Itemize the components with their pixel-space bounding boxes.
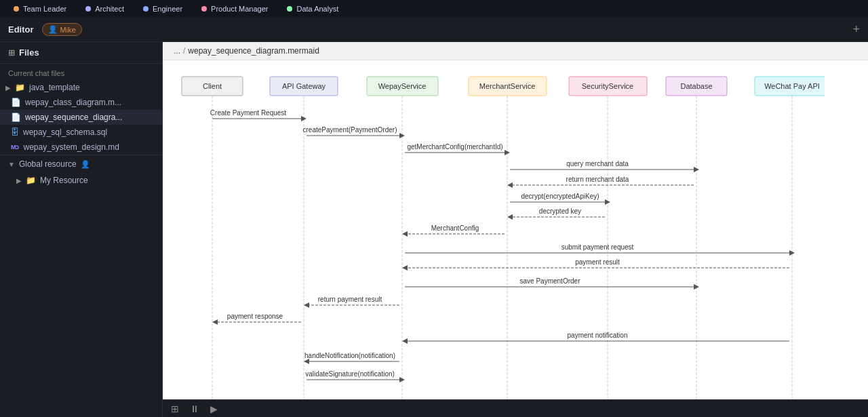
svg-text:MerchantConfig: MerchantConfig [431, 224, 479, 232]
folder-icon: 📁 [15, 83, 25, 92]
md-icon: Mↄ [11, 144, 20, 151]
svg-text:WepayService: WepayService [378, 82, 427, 90]
svg-text:query merchant data: query merchant data [566, 160, 629, 167]
svg-marker-64 [304, 359, 309, 364]
sidebar: ⊞ Files Current chat files ▶ 📁 java_temp… [0, 42, 163, 417]
svg-marker-55 [304, 302, 309, 308]
folder-icon-resource: 📁 [26, 176, 36, 185]
global-resource-label: Global resource [19, 159, 77, 169]
sidebar-header: ⊞ Files [0, 42, 162, 64]
files-icon: ⊞ [8, 48, 15, 58]
doc-icon: 📄 [11, 98, 21, 107]
tab-engineer[interactable]: Engineer [135, 3, 191, 14]
chevron-right-icon: ▶ [5, 84, 11, 92]
svg-text:API Gateway: API Gateway [282, 82, 326, 90]
sql-icon: 🗄 [11, 127, 19, 137]
svg-text:payment response: payment response [227, 313, 283, 320]
svg-text:payment notification: payment notification [568, 332, 628, 339]
person-icon: 👤 [81, 160, 90, 169]
current-chat-label: Current chat files [0, 64, 162, 80]
svg-text:decrypt(encryptedApiKey): decrypt(encryptedApiKey) [521, 193, 599, 200]
svg-text:MerchantService: MerchantService [479, 82, 536, 90]
svg-marker-58 [212, 319, 218, 325]
main-layout: ⊞ Files Current chat files ▶ 📁 java_temp… [0, 42, 868, 417]
breadcrumb-slash: / [183, 46, 185, 56]
add-button[interactable]: + [852, 22, 860, 37]
svg-text:submit payment request: submit payment request [561, 243, 634, 251]
pause-icon[interactable]: ⏸ [187, 402, 202, 416]
tab-label: Data Analyst [296, 5, 338, 13]
breadcrumb-ellipsis: ... [174, 46, 180, 56]
svg-text:WeChat Pay API: WeChat Pay API [764, 82, 820, 90]
file-name: wepay_sql_schema.sql [23, 127, 107, 137]
svg-text:return payment result: return payment result [318, 296, 382, 303]
file-name: wepay_sequence_diagra... [25, 113, 122, 122]
svg-text:getMerchantConfig(merchantId): getMerchantConfig(merchantId) [407, 143, 502, 151]
svg-marker-40 [507, 214, 513, 220]
file-wepay-system[interactable]: Mↄ wepay_system_design.md [0, 140, 162, 155]
svg-text:handleNotification(notificatio: handleNotification(notification) [304, 352, 395, 359]
svg-text:decrypted key: decrypted key [539, 207, 581, 215]
svg-text:SecurityService: SecurityService [582, 82, 633, 90]
svg-text:Client: Client [203, 82, 222, 90]
user-name: Mike [60, 26, 76, 34]
svg-text:validateSignature(notification: validateSignature(notification) [305, 370, 395, 378]
tab-architect[interactable]: Architect [77, 3, 132, 14]
svg-text:createPayment(PaymentOrder): createPayment(PaymentOrder) [303, 126, 397, 134]
resource-name: My Resource [40, 176, 88, 185]
content-area: ... / wepay_sequence_diagram.mermaid Cli… [163, 42, 868, 417]
global-resource-section[interactable]: ▼ Global resource 👤 [0, 155, 162, 173]
svg-text:payment result: payment result [575, 258, 620, 266]
file-name: wepay_system_design.md [24, 142, 119, 152]
tab-data-analyst[interactable]: Data Analyst [279, 3, 347, 14]
svg-marker-61 [402, 338, 408, 344]
chevron-down-icon: ▼ [8, 161, 15, 168]
sequence-diagram: Client API Gateway WepayService Merchant… [174, 71, 825, 399]
svg-text:Create Payment Request: Create Payment Request [210, 109, 287, 117]
user-badge: 👤 Mike [42, 23, 82, 36]
tab-product-manager[interactable]: Product Manager [193, 3, 276, 14]
bottom-toolbar: ⊞ ⏸ ▶ [163, 399, 868, 417]
svg-text:save PaymentOrder: save PaymentOrder [520, 277, 581, 285]
svg-marker-34 [507, 182, 513, 188]
file-wepay-sequence[interactable]: 📄 wepay_sequence_diagra... [0, 110, 162, 125]
file-wepay-class[interactable]: 📄 wepay_class_diagram.m... [0, 95, 162, 110]
chevron-right-icon: ▶ [16, 177, 22, 184]
file-wepay-sql[interactable]: 🗄 wepay_sql_schema.sql [0, 125, 162, 140]
sidebar-files-label: Files [19, 47, 39, 58]
my-resource-item[interactable]: ▶ 📁 My Resource [0, 173, 162, 188]
file-name: java_template [29, 83, 80, 92]
breadcrumb-filename: wepay_sequence_diagram.mermaid [188, 46, 319, 56]
editor-bar: Editor 👤 Mike + [0, 18, 868, 42]
diagram-container[interactable]: Client API Gateway WepayService Merchant… [163, 60, 868, 399]
tab-team-leader[interactable]: Team Leader [5, 3, 75, 14]
svg-marker-43 [402, 231, 408, 237]
tab-label: Team Leader [23, 5, 66, 13]
tab-label: Product Manager [211, 5, 268, 13]
zoom-icon[interactable]: ⊞ [168, 402, 182, 416]
agent-tabs-bar: Team LeaderArchitectEngineerProduct Mana… [0, 0, 868, 18]
tab-label: Engineer [153, 5, 182, 13]
svg-text:return merchant data: return merchant data [566, 176, 629, 183]
svg-marker-49 [402, 265, 408, 271]
editor-title: Editor [8, 24, 34, 35]
file-name: wepay_class_diagram.m... [25, 98, 121, 107]
breadcrumb: ... / wepay_sequence_diagram.mermaid [163, 42, 868, 60]
svg-text:Database: Database [680, 82, 712, 90]
play-icon[interactable]: ▶ [208, 402, 220, 416]
file-java-template[interactable]: ▶ 📁 java_template [0, 80, 162, 95]
tab-label: Architect [95, 5, 124, 13]
doc-icon: 📄 [11, 113, 21, 122]
